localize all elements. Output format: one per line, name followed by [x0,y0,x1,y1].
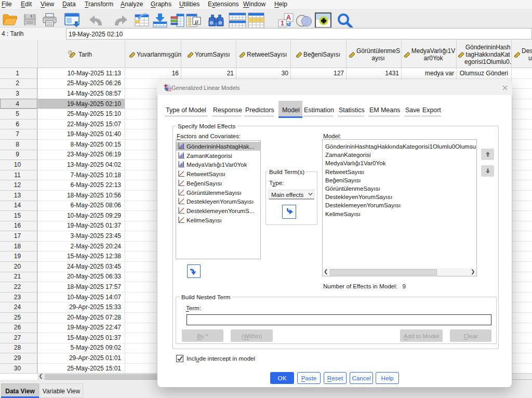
svg-text:A: A [286,14,291,21]
svg-text:1: 1 [281,20,284,27]
svg-text:μ: μ [194,17,198,25]
